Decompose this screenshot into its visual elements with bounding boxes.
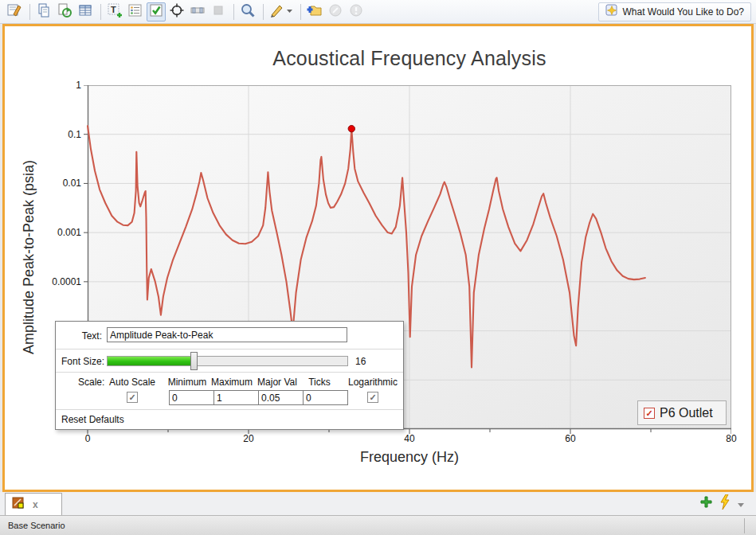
y-tick-label: 0.1 xyxy=(46,129,81,140)
square-marker-icon xyxy=(210,2,226,21)
logarithmic-checkbox[interactable]: ✓ xyxy=(367,392,378,403)
y-tick-label: 0.001 xyxy=(46,227,81,238)
crosshair-button[interactable] xyxy=(167,2,186,21)
data-table-button[interactable] xyxy=(76,2,95,21)
graph-tab-icon xyxy=(12,497,25,513)
x-tick-label: 0 xyxy=(64,433,112,444)
font-size-slider[interactable] xyxy=(107,356,348,366)
show-check-icon xyxy=(148,2,164,21)
zoom-button[interactable] xyxy=(238,2,257,21)
axis-title-input[interactable] xyxy=(107,327,347,342)
scenario-status-label: Base Scenario xyxy=(0,521,65,530)
peak-marker-dot[interactable] xyxy=(348,125,354,131)
maximum-header: Maximum xyxy=(211,377,253,388)
major-val-header: Major Val xyxy=(257,377,297,388)
font-size-slider-thumb[interactable] xyxy=(190,352,198,370)
legend-list-button[interactable] xyxy=(126,2,145,21)
text-field-label: Text: xyxy=(62,330,102,342)
toolbar-separator xyxy=(300,4,301,20)
show-check-button[interactable] xyxy=(147,2,166,21)
y-tick-label: 1 xyxy=(46,80,81,91)
x-tick-label: 60 xyxy=(546,433,594,444)
toolbar-separator xyxy=(29,4,30,20)
add-graph-folder-button[interactable] xyxy=(305,2,324,21)
add-graph-folder-icon xyxy=(307,2,323,21)
font-size-label: Font Size: xyxy=(61,356,104,367)
scale-label: Scale: xyxy=(78,377,104,388)
y-tick-label: 0.01 xyxy=(46,178,81,189)
x-axis-title: Frequency (Hz) xyxy=(88,449,731,466)
add-text-button[interactable]: T xyxy=(105,2,124,21)
square-marker-button[interactable] xyxy=(209,2,228,21)
axis-settings-panel: Text: Font Size: 16 Scale: Auto Scale Mi… xyxy=(55,321,404,430)
disabled-action-icon-1 xyxy=(327,2,343,21)
main-toolbar: T What Would You Like to Do? xyxy=(0,0,756,24)
graph-edit-icon xyxy=(6,2,22,21)
graph-tab-bar: x xyxy=(0,492,756,515)
disabled-action-button-1[interactable] xyxy=(326,2,345,21)
chart-title: Acoustical Frequency Analysis xyxy=(88,47,731,70)
y-tick-label: 0.0001 xyxy=(46,276,81,287)
ticks-header: Ticks xyxy=(308,377,331,388)
font-size-value: 16 xyxy=(355,356,366,367)
quick-graph-bolt-icon[interactable] xyxy=(719,494,731,513)
tab-close-icon[interactable]: x xyxy=(33,500,38,510)
help-button-label: What Would You Like to Do? xyxy=(622,6,744,18)
format-pen-icon xyxy=(269,2,293,21)
add-text-icon: T xyxy=(107,2,123,21)
export-graph-icon xyxy=(57,2,72,21)
format-pen-button[interactable] xyxy=(268,2,295,21)
legend-box: ✓ P6 Outlet xyxy=(637,400,727,425)
panel-separator xyxy=(56,349,403,350)
wizard-icon xyxy=(605,4,618,19)
legend-series-label: P6 Outlet xyxy=(660,406,713,420)
auto-scale-checkbox[interactable]: ✓ xyxy=(127,392,138,403)
data-table-icon xyxy=(77,2,93,21)
minimum-header: Minimum xyxy=(168,377,207,388)
svg-text:T: T xyxy=(111,5,116,14)
minimum-input[interactable] xyxy=(169,390,214,405)
range-slider-button[interactable] xyxy=(188,2,207,21)
legend-list-icon xyxy=(127,2,143,21)
logarithmic-header: Logarithmic xyxy=(348,377,398,388)
what-would-you-like-to-do-button[interactable]: What Would You Like to Do? xyxy=(598,2,751,21)
range-slider-icon xyxy=(190,2,206,21)
graph-edit-button[interactable] xyxy=(5,2,24,21)
copy-button[interactable] xyxy=(34,2,53,21)
panel-separator xyxy=(56,372,403,373)
font-size-slider-fill xyxy=(108,357,194,365)
add-graph-tab-icon[interactable] xyxy=(699,495,713,512)
panel-separator xyxy=(56,409,403,410)
maximum-input[interactable] xyxy=(213,390,259,405)
ticks-input[interactable] xyxy=(303,390,348,405)
copy-icon xyxy=(36,2,52,21)
toolbar-separator xyxy=(263,4,264,20)
x-tick-label: 40 xyxy=(386,433,433,444)
legend-series-checkbox[interactable]: ✓ xyxy=(644,408,655,419)
zoom-icon xyxy=(240,2,256,21)
export-graph-button[interactable] xyxy=(55,2,74,21)
disabled-action-button-2[interactable] xyxy=(347,2,366,21)
x-tick-label: 20 xyxy=(225,433,272,444)
y-axis-title: Amplitude Peak-to-Peak (psia) xyxy=(21,160,37,354)
major-val-input[interactable] xyxy=(258,390,304,405)
toolbar-separator xyxy=(100,4,101,20)
status-bar-separator xyxy=(744,518,745,533)
x-tick-label: 80 xyxy=(707,433,755,444)
auto-scale-header: Auto Scale xyxy=(109,377,155,388)
toolbar-separator xyxy=(233,4,234,20)
crosshair-icon xyxy=(169,2,185,21)
tray-dropdown-caret-icon[interactable] xyxy=(737,497,745,511)
reset-defaults-button[interactable]: Reset Defaults xyxy=(61,414,124,425)
status-bar: Base Scenario xyxy=(0,515,756,535)
disabled-action-icon-2 xyxy=(348,2,364,21)
graph-tab[interactable]: x xyxy=(5,493,62,515)
